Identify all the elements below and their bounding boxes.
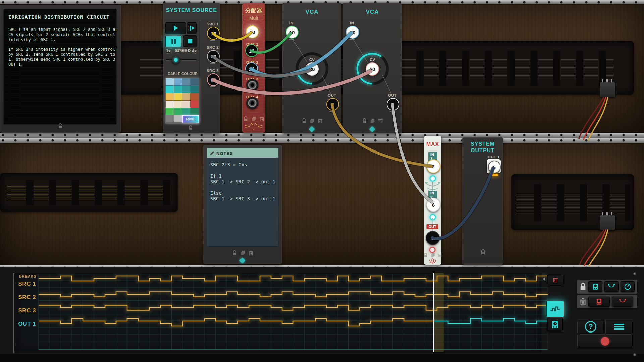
copy-icon[interactable] xyxy=(240,250,245,255)
cable-colour-swatch[interactable] xyxy=(166,101,174,108)
lock-icon[interactable] xyxy=(58,123,63,130)
speed-slider-track[interactable] xyxy=(166,59,197,60)
cable-colour-swatch[interactable] xyxy=(191,101,199,108)
help-button[interactable]: ? xyxy=(578,320,604,334)
max-out-led xyxy=(429,247,436,253)
cable-colour-swatch[interactable] xyxy=(166,86,174,93)
unlock-icon[interactable] xyxy=(423,253,428,257)
unlock-icon[interactable] xyxy=(362,118,367,123)
brand-icon xyxy=(239,257,245,263)
output-port-label: OUT 1 xyxy=(488,155,500,159)
cable-colour-swatch[interactable]: RND xyxy=(182,115,199,123)
brand-icon xyxy=(309,126,315,132)
speed-min-label: 1x xyxy=(166,49,171,53)
copy-icon[interactable] xyxy=(310,118,315,123)
vca1-out-label: OUT xyxy=(328,93,336,97)
cable-colour-swatch[interactable] xyxy=(182,93,191,100)
delete-cable-button[interactable] xyxy=(612,297,633,307)
max-module: MAX IN 1 2 IN 2 6 OUT 6 xyxy=(424,136,441,265)
lock-cable-button[interactable] xyxy=(604,281,619,292)
vca2-in-label: IN xyxy=(350,21,354,25)
cable-colour-swatch[interactable] xyxy=(166,115,174,122)
cable-colour-swatch[interactable] xyxy=(174,93,182,100)
cable-colour-swatch[interactable] xyxy=(182,86,191,93)
cable-icon xyxy=(619,299,626,305)
cable-colour-swatch[interactable] xyxy=(182,101,191,108)
mult-out4-jack[interactable] xyxy=(246,97,258,109)
trash-icon[interactable] xyxy=(438,253,442,257)
cable-colour-swatch[interactable] xyxy=(174,108,182,115)
cable-colour-swatch[interactable] xyxy=(182,78,191,85)
busboard-row2-right xyxy=(511,174,634,230)
copy-icon[interactable] xyxy=(431,253,435,257)
notes-body[interactable]: SRC 2+3 = CVs If 1 SRC 1 -> SRC 2 -> out… xyxy=(207,158,278,247)
cable-colour-swatch[interactable] xyxy=(191,86,199,93)
menu-button[interactable] xyxy=(606,320,633,334)
copy-icon[interactable] xyxy=(370,118,375,123)
unlock-icon[interactable] xyxy=(480,249,486,256)
scope-collapse-arrow-icon[interactable] xyxy=(543,277,545,281)
cable-colour-swatch[interactable] xyxy=(191,108,199,115)
scope-clear-button[interactable] xyxy=(547,274,564,285)
bottom-panel: BREAKS SRC 1 SRC 2 SRC 3 OUT 1 xyxy=(0,267,644,362)
play-icon xyxy=(174,25,178,31)
vca2-out-label: OUT xyxy=(388,93,397,97)
unlock-icon[interactable] xyxy=(302,118,307,123)
vca1-in-label: IN xyxy=(289,21,294,25)
system-source-module: SYSTEM SOURCE 1x SPEED 4x CABLE COLOUR R… xyxy=(163,3,220,133)
speed-slider-knob[interactable] xyxy=(172,56,180,64)
trash-icon[interactable] xyxy=(259,116,264,121)
max-title: MAX xyxy=(424,141,441,147)
lock-module-button[interactable] xyxy=(588,281,602,292)
cable-colour-swatch[interactable] xyxy=(166,93,174,100)
unlock-icon[interactable] xyxy=(232,250,237,255)
oscilloscope-panel: BREAKS SRC 1 SRC 2 SRC 3 OUT 1 xyxy=(13,273,542,353)
src3-label: SRC 3 xyxy=(207,69,219,73)
record-button[interactable] xyxy=(578,335,633,348)
cable-colour-swatch[interactable] xyxy=(166,78,174,85)
trash-icon[interactable] xyxy=(378,118,383,123)
cable-colour-swatch[interactable] xyxy=(191,93,199,100)
cable-colour-swatch[interactable] xyxy=(174,101,182,108)
system-output-module: SYSTEM OUTPUT OUT 1 6 xyxy=(462,137,503,265)
cable-colour-palette: RND xyxy=(165,78,199,124)
view-waveform-button[interactable] xyxy=(546,301,564,317)
lock-knob-button[interactable] xyxy=(621,281,635,292)
step-button[interactable] xyxy=(187,22,197,34)
vca2-cv-label: CV xyxy=(370,58,375,62)
scope-row-label: OUT 1 xyxy=(14,321,36,327)
cable-colour-swatch[interactable] xyxy=(174,78,182,85)
help-icon: ? xyxy=(585,321,596,333)
trash-icon[interactable] xyxy=(248,250,253,255)
cable-colour-swatch[interactable] xyxy=(174,86,182,93)
vca2-title: VCA xyxy=(343,9,402,15)
scope-row-label: SRC 1 xyxy=(14,281,36,287)
copy-icon[interactable] xyxy=(251,116,256,121)
cable-colour-swatch[interactable] xyxy=(174,115,182,122)
cable-colour-swatch[interactable] xyxy=(182,108,191,115)
cable-colour-swatch[interactable] xyxy=(166,108,174,115)
delete-module-button[interactable] xyxy=(588,297,610,307)
scope-row-label: SRC 3 xyxy=(14,307,36,314)
record-icon xyxy=(601,337,609,346)
system-output-port[interactable]: 6 xyxy=(488,161,501,173)
src1-label: SRC 1 xyxy=(207,22,219,26)
knob-icon xyxy=(624,283,631,290)
module-icon xyxy=(552,321,558,329)
unlock-icon[interactable] xyxy=(243,116,248,121)
pause-button[interactable] xyxy=(165,36,181,47)
vca1-title: VCA xyxy=(282,9,341,15)
play-button[interactable] xyxy=(165,22,186,34)
rack-rail-mid-1 xyxy=(0,133,644,138)
trash-icon[interactable] xyxy=(318,118,323,123)
waveform-icon xyxy=(550,306,560,312)
lock-tools-group xyxy=(577,280,637,294)
scope-row-label: SRC 2 xyxy=(14,294,36,301)
stop-button[interactable] xyxy=(183,35,197,47)
module-icon xyxy=(593,283,598,290)
delete-tools-group xyxy=(577,295,637,308)
cable-colour-swatch[interactable] xyxy=(191,78,199,85)
lock-icon[interactable] xyxy=(188,125,193,131)
notes-header[interactable]: NOTES xyxy=(207,148,278,158)
view-modules-button[interactable] xyxy=(547,318,563,332)
